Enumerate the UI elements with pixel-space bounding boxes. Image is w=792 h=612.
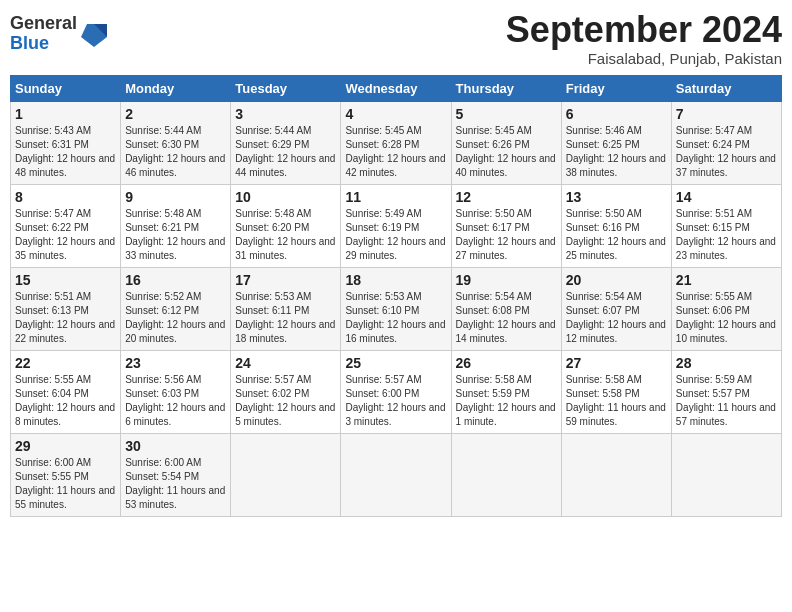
day-detail: Sunrise: 5:50 AMSunset: 6:16 PMDaylight:… (566, 207, 667, 263)
calendar-cell: 21Sunrise: 5:55 AMSunset: 6:06 PMDayligh… (671, 267, 781, 350)
col-header-tuesday: Tuesday (231, 75, 341, 101)
calendar-cell: 3Sunrise: 5:44 AMSunset: 6:29 PMDaylight… (231, 101, 341, 184)
day-number: 5 (456, 106, 557, 122)
logo-general-text: General (10, 13, 77, 33)
col-header-friday: Friday (561, 75, 671, 101)
day-number: 15 (15, 272, 116, 288)
calendar-cell: 20Sunrise: 5:54 AMSunset: 6:07 PMDayligh… (561, 267, 671, 350)
day-detail: Sunrise: 5:56 AMSunset: 6:03 PMDaylight:… (125, 373, 226, 429)
location: Faisalabad, Punjab, Pakistan (506, 50, 782, 67)
day-detail: Sunrise: 5:50 AMSunset: 6:17 PMDaylight:… (456, 207, 557, 263)
day-detail: Sunrise: 5:47 AMSunset: 6:22 PMDaylight:… (15, 207, 116, 263)
calendar-cell: 28Sunrise: 5:59 AMSunset: 5:57 PMDayligh… (671, 350, 781, 433)
day-detail: Sunrise: 5:57 AMSunset: 6:02 PMDaylight:… (235, 373, 336, 429)
day-detail: Sunrise: 5:58 AMSunset: 5:58 PMDaylight:… (566, 373, 667, 429)
day-number: 12 (456, 189, 557, 205)
calendar-cell: 9Sunrise: 5:48 AMSunset: 6:21 PMDaylight… (121, 184, 231, 267)
col-header-saturday: Saturday (671, 75, 781, 101)
day-number: 4 (345, 106, 446, 122)
calendar-cell: 22Sunrise: 5:55 AMSunset: 6:04 PMDayligh… (11, 350, 121, 433)
calendar-cell (231, 433, 341, 516)
logo-icon (79, 19, 109, 49)
day-detail: Sunrise: 5:45 AMSunset: 6:28 PMDaylight:… (345, 124, 446, 180)
calendar-header: SundayMondayTuesdayWednesdayThursdayFrid… (11, 75, 782, 101)
day-detail: Sunrise: 5:58 AMSunset: 5:59 PMDaylight:… (456, 373, 557, 429)
calendar-cell: 1Sunrise: 5:43 AMSunset: 6:31 PMDaylight… (11, 101, 121, 184)
calendar-cell: 8Sunrise: 5:47 AMSunset: 6:22 PMDaylight… (11, 184, 121, 267)
calendar-cell: 26Sunrise: 5:58 AMSunset: 5:59 PMDayligh… (451, 350, 561, 433)
calendar-table: SundayMondayTuesdayWednesdayThursdayFrid… (10, 75, 782, 517)
day-detail: Sunrise: 5:43 AMSunset: 6:31 PMDaylight:… (15, 124, 116, 180)
calendar-week-2: 8Sunrise: 5:47 AMSunset: 6:22 PMDaylight… (11, 184, 782, 267)
day-number: 29 (15, 438, 116, 454)
day-number: 2 (125, 106, 226, 122)
calendar-cell: 4Sunrise: 5:45 AMSunset: 6:28 PMDaylight… (341, 101, 451, 184)
calendar-cell: 10Sunrise: 5:48 AMSunset: 6:20 PMDayligh… (231, 184, 341, 267)
day-number: 7 (676, 106, 777, 122)
calendar-cell: 11Sunrise: 5:49 AMSunset: 6:19 PMDayligh… (341, 184, 451, 267)
day-number: 30 (125, 438, 226, 454)
day-detail: Sunrise: 5:52 AMSunset: 6:12 PMDaylight:… (125, 290, 226, 346)
col-header-wednesday: Wednesday (341, 75, 451, 101)
title-block: September 2024 Faisalabad, Punjab, Pakis… (506, 10, 782, 67)
day-number: 14 (676, 189, 777, 205)
calendar-cell: 12Sunrise: 5:50 AMSunset: 6:17 PMDayligh… (451, 184, 561, 267)
day-detail: Sunrise: 5:48 AMSunset: 6:20 PMDaylight:… (235, 207, 336, 263)
day-number: 24 (235, 355, 336, 371)
day-number: 13 (566, 189, 667, 205)
day-number: 11 (345, 189, 446, 205)
day-detail: Sunrise: 5:57 AMSunset: 6:00 PMDaylight:… (345, 373, 446, 429)
calendar-cell: 15Sunrise: 5:51 AMSunset: 6:13 PMDayligh… (11, 267, 121, 350)
day-number: 10 (235, 189, 336, 205)
calendar-cell (671, 433, 781, 516)
day-number: 1 (15, 106, 116, 122)
calendar-cell: 23Sunrise: 5:56 AMSunset: 6:03 PMDayligh… (121, 350, 231, 433)
col-header-thursday: Thursday (451, 75, 561, 101)
day-number: 18 (345, 272, 446, 288)
calendar-cell: 6Sunrise: 5:46 AMSunset: 6:25 PMDaylight… (561, 101, 671, 184)
day-detail: Sunrise: 5:53 AMSunset: 6:10 PMDaylight:… (345, 290, 446, 346)
calendar-cell: 18Sunrise: 5:53 AMSunset: 6:10 PMDayligh… (341, 267, 451, 350)
day-number: 22 (15, 355, 116, 371)
calendar-cell: 29Sunrise: 6:00 AMSunset: 5:55 PMDayligh… (11, 433, 121, 516)
col-header-sunday: Sunday (11, 75, 121, 101)
day-number: 8 (15, 189, 116, 205)
day-number: 3 (235, 106, 336, 122)
calendar-cell (451, 433, 561, 516)
calendar-cell: 25Sunrise: 5:57 AMSunset: 6:00 PMDayligh… (341, 350, 451, 433)
calendar-cell: 7Sunrise: 5:47 AMSunset: 6:24 PMDaylight… (671, 101, 781, 184)
day-number: 17 (235, 272, 336, 288)
calendar-cell: 14Sunrise: 5:51 AMSunset: 6:15 PMDayligh… (671, 184, 781, 267)
day-detail: Sunrise: 5:51 AMSunset: 6:13 PMDaylight:… (15, 290, 116, 346)
month-title: September 2024 (506, 10, 782, 50)
day-number: 9 (125, 189, 226, 205)
calendar-cell: 17Sunrise: 5:53 AMSunset: 6:11 PMDayligh… (231, 267, 341, 350)
day-number: 26 (456, 355, 557, 371)
day-detail: Sunrise: 5:45 AMSunset: 6:26 PMDaylight:… (456, 124, 557, 180)
calendar-cell: 27Sunrise: 5:58 AMSunset: 5:58 PMDayligh… (561, 350, 671, 433)
day-detail: Sunrise: 6:00 AMSunset: 5:54 PMDaylight:… (125, 456, 226, 512)
logo-blue-text: Blue (10, 33, 49, 53)
calendar-cell (561, 433, 671, 516)
day-number: 23 (125, 355, 226, 371)
day-detail: Sunrise: 5:44 AMSunset: 6:30 PMDaylight:… (125, 124, 226, 180)
day-detail: Sunrise: 5:59 AMSunset: 5:57 PMDaylight:… (676, 373, 777, 429)
day-detail: Sunrise: 5:54 AMSunset: 6:08 PMDaylight:… (456, 290, 557, 346)
day-detail: Sunrise: 5:49 AMSunset: 6:19 PMDaylight:… (345, 207, 446, 263)
day-number: 25 (345, 355, 446, 371)
day-number: 21 (676, 272, 777, 288)
day-detail: Sunrise: 5:53 AMSunset: 6:11 PMDaylight:… (235, 290, 336, 346)
day-detail: Sunrise: 5:44 AMSunset: 6:29 PMDaylight:… (235, 124, 336, 180)
day-number: 19 (456, 272, 557, 288)
calendar-week-4: 22Sunrise: 5:55 AMSunset: 6:04 PMDayligh… (11, 350, 782, 433)
calendar-cell: 30Sunrise: 6:00 AMSunset: 5:54 PMDayligh… (121, 433, 231, 516)
calendar-cell: 5Sunrise: 5:45 AMSunset: 6:26 PMDaylight… (451, 101, 561, 184)
calendar-cell: 24Sunrise: 5:57 AMSunset: 6:02 PMDayligh… (231, 350, 341, 433)
calendar-week-5: 29Sunrise: 6:00 AMSunset: 5:55 PMDayligh… (11, 433, 782, 516)
calendar-cell: 13Sunrise: 5:50 AMSunset: 6:16 PMDayligh… (561, 184, 671, 267)
calendar-week-3: 15Sunrise: 5:51 AMSunset: 6:13 PMDayligh… (11, 267, 782, 350)
day-detail: Sunrise: 5:54 AMSunset: 6:07 PMDaylight:… (566, 290, 667, 346)
calendar-cell: 2Sunrise: 5:44 AMSunset: 6:30 PMDaylight… (121, 101, 231, 184)
day-detail: Sunrise: 5:51 AMSunset: 6:15 PMDaylight:… (676, 207, 777, 263)
day-number: 27 (566, 355, 667, 371)
